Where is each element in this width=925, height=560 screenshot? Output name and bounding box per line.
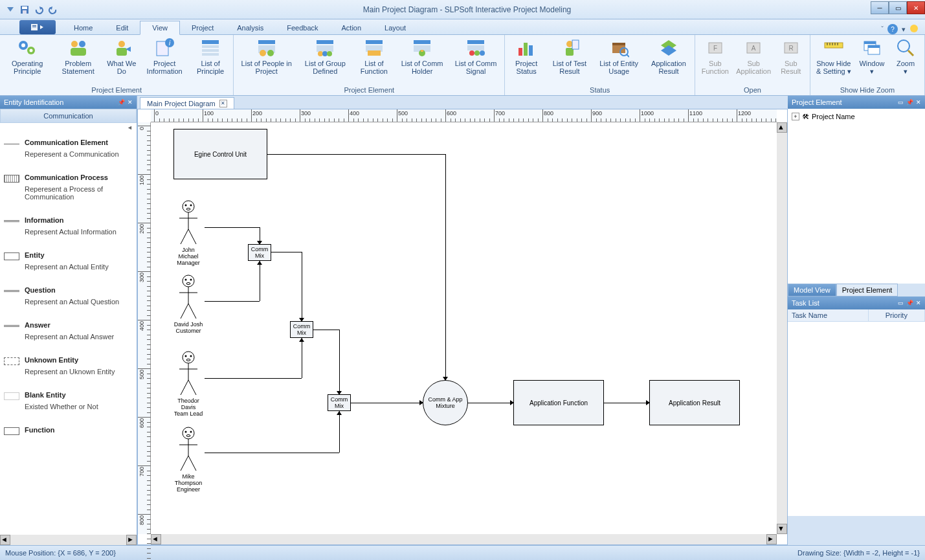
svg-rect-74 [864,41,876,44]
ribbon-group-show-hide-zoom: Show Hide & Setting ▾ Window▾ Zoom▾ Show… [810,35,925,95]
list-of-test-result-button[interactable]: List of Test Result [546,36,592,85]
expand-arrow-icon[interactable]: ◄ [0,123,137,132]
close-button[interactable]: ✕ [907,1,925,14]
collapse-ribbon-icon[interactable]: ˇ [881,25,884,33]
project-status-button[interactable]: Project Status [507,36,545,85]
qat-menu-icon[interactable] [5,5,16,15]
close-panel-icon[interactable]: ✕ [916,300,921,306]
shape-app-function[interactable]: Application Function [513,380,604,425]
diagram-canvas[interactable]: Egine Control Unit John MichaelManager D… [151,122,777,534]
shape-communication-process[interactable]: Communication ProcessReperesent a Proces… [1,170,135,205]
tab-model-view[interactable]: Model View [788,284,836,297]
bar-chart-icon [516,38,537,58]
left-horizontal-scrollbar[interactable]: ◄► [0,535,137,545]
svg-line-58 [627,54,629,57]
shape-entity[interactable]: EntityRepresent an Actual Entity [1,247,135,274]
shape-commmix-1[interactable]: Comm Mix [248,244,271,261]
category-communication[interactable]: Communication [0,109,137,123]
actor-mike[interactable]: Mike ThompsonEngineer [172,427,205,493]
actor-john[interactable]: John MichaelManager [172,200,205,266]
shape-unknown-entity[interactable]: Unknown EntityRepresent an Uknown Entity [1,352,135,379]
svg-rect-25 [202,45,219,48]
svg-point-79 [183,201,194,212]
ribbon-group-status: Project Status List of Test Result List … [505,35,695,95]
what-we-do-button[interactable]: What We Do [104,36,139,85]
window-button[interactable]: Window▾ [856,36,888,85]
problem-statement-button[interactable]: Problem Statement [53,36,103,85]
project-information-button[interactable]: i Project Information [140,36,188,85]
shape-question[interactable]: QuestionRepresent an Actual Question [1,282,135,309]
pin-icon[interactable]: 📌 [906,300,913,306]
actor-david[interactable]: David JoshCustomer [172,274,205,334]
list-of-comm-signal-button[interactable]: List of Comm Signal [450,36,502,85]
shape-app-result[interactable]: Application Result [649,380,740,425]
task-list-header[interactable]: Task List ▭ 📌 ✕ [788,297,925,309]
theme-icon[interactable] [909,24,919,34]
application-result-button[interactable]: Application Result [645,36,692,85]
list-of-principle-button[interactable]: List of Principle [190,36,230,85]
pin-icon[interactable]: 📌 [118,99,125,106]
shape-ecu[interactable]: Egine Control Unit [173,129,267,179]
close-panel-icon[interactable]: ✕ [916,99,921,106]
file-button[interactable] [19,20,56,34]
help-icon[interactable]: ? [887,24,898,34]
tab-analysis[interactable]: Analysis [225,21,275,34]
list-of-people-button[interactable]: List of People in Project [236,36,296,85]
tab-action[interactable]: Action [330,21,373,34]
shape-mixture[interactable]: Comm & App Mixture [423,380,468,425]
tree-root[interactable]: + 🛠 Project Name [790,111,922,122]
panel-menu-icon[interactable]: ▭ [898,99,904,106]
pin-icon[interactable]: 📌 [906,99,913,106]
list-of-function-button[interactable]: List of Function [354,36,395,85]
list-of-comm-holder-button[interactable]: List of Comm Holder [396,36,449,85]
col-priority[interactable]: Priority [869,309,925,321]
maximize-button[interactable]: ▭ [889,1,907,14]
horizontal-ruler: 0100200300400500600700800900100011001200 [151,109,777,122]
svg-point-77 [898,40,909,52]
tab-layout[interactable]: Layout [373,21,418,34]
expand-icon[interactable]: + [792,113,799,120]
svg-point-31 [267,50,274,56]
col-task-name[interactable]: Task Name [788,309,869,321]
tab-feedback[interactable]: Feedback [275,21,329,34]
task-list-columns: Task Name Priority [788,309,925,322]
save-icon[interactable] [19,5,30,15]
project-tree[interactable]: + 🛠 Project Name [788,109,925,284]
svg-point-89 [190,279,192,281]
tab-project[interactable]: Project [180,21,225,34]
shape-communication-element[interactable]: Communication ElementReperesent a Commun… [1,135,135,162]
shape-commmix-3[interactable]: Comm Mix [328,394,351,411]
doc-tab-main[interactable]: Main Project Diagram ✕ [140,97,234,109]
show-hide-setting-button[interactable]: Show Hide & Setting ▾ [813,36,854,85]
entity-panel-header[interactable]: Entity Identification 📌 ✕ [0,96,137,109]
actor-theodor[interactable]: Theodor DavisTeam Lead [172,351,205,417]
task-list-body[interactable] [788,322,925,516]
vertical-scrollbar[interactable]: ▲▼ [777,122,787,534]
people-icon [68,38,89,58]
close-panel-icon[interactable]: ✕ [128,99,133,106]
operating-principle-button[interactable]: Operating Principle [3,36,52,85]
tab-view[interactable]: View [140,21,180,35]
svg-rect-56 [612,43,625,45]
shape-commmix-2[interactable]: Comm Mix [290,321,313,338]
list-of-group-button[interactable]: List of Group Defined [298,36,352,85]
shape-answer[interactable]: AnswerRepresent an Actual Answer [1,317,135,344]
tool-icon: 🛠 [802,113,809,120]
close-doc-icon[interactable]: ✕ [219,100,227,107]
svg-line-102 [188,380,196,395]
redo-icon[interactable] [48,5,58,15]
tab-project-element[interactable]: Project Element [836,284,898,297]
shape-blank-entity[interactable]: Blank EntityExisted Whether or Not [1,387,135,414]
zoom-button[interactable]: Zoom▾ [889,36,922,85]
list-of-entity-usage-button[interactable]: List of Entity Usage [594,36,644,85]
tab-home[interactable]: Home [62,21,104,34]
project-element-panel-header[interactable]: Project Element ▭ 📌 ✕ [788,96,925,109]
undo-icon[interactable] [34,5,44,15]
panel-menu-icon[interactable]: ▭ [898,300,904,306]
minimize-button[interactable]: ─ [871,1,889,14]
tab-edit[interactable]: Edit [104,21,140,34]
shape-information[interactable]: InformationRepresent Actual Information [1,212,135,240]
shape-function[interactable]: Function [1,422,135,439]
canvas-horizontal-scrollbar[interactable]: ◄► [151,534,777,544]
help-dropdown-icon[interactable]: ▾ [902,25,906,34]
